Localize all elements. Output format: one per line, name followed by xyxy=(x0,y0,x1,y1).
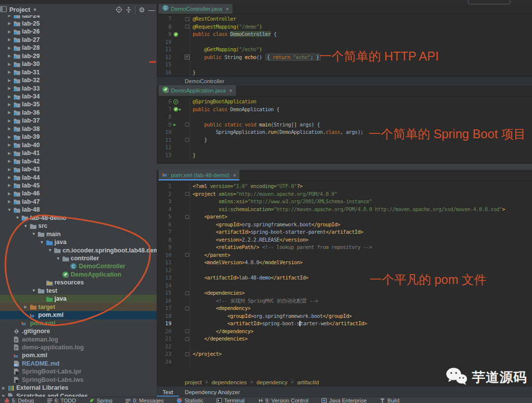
collapsed-arrow-icon[interactable]: ▶ xyxy=(6,94,13,99)
statusbar-build[interactable]: Build xyxy=(379,398,399,403)
collapsed-arrow-icon[interactable]: ▶ xyxy=(0,386,7,390)
collapsed-arrow-icon[interactable]: ▶ xyxy=(6,54,13,58)
code-line-7[interactable]: 7 <artifactId>spring-boot-starter-parent… xyxy=(157,228,532,236)
bean-icon[interactable] xyxy=(173,107,178,112)
statusbar-terminal[interactable]: Terminal xyxy=(216,398,245,403)
expanded-arrow-icon[interactable]: ▼ xyxy=(22,224,30,228)
tree-item-pom-xml[interactable]: mpom.xml xyxy=(0,311,157,319)
collapsed-arrow-icon[interactable]: ▶ xyxy=(6,102,13,107)
tree-item-readme-md[interactable]: MDREADME.md xyxy=(0,359,157,368)
tree-item-cn-iocoder-springboot-lab48-demo[interactable]: ▼cn.iocoder.springboot.lab48.demo xyxy=(0,246,157,254)
code-area-demoapplication[interactable]: 6@SpringBootApplication7▶public class De… xyxy=(157,96,532,159)
fold-marker-icon[interactable] xyxy=(185,138,189,142)
code-line-23[interactable]: 23</project> xyxy=(157,350,532,358)
expanded-arrow-icon[interactable]: ▼ xyxy=(30,288,37,293)
tree-item-target[interactable]: ▶target xyxy=(0,303,157,311)
tree-item-lab-42[interactable]: ▶lab-42 xyxy=(0,157,157,165)
tree-item-test[interactable]: ▼test xyxy=(0,286,157,295)
tree-item-demoapplication[interactable]: DemoApplication xyxy=(0,270,157,279)
tree-item-demo-application-log[interactable]: demo-application.log xyxy=(0,343,157,351)
code-line-10[interactable]: 10 </parent> xyxy=(157,251,532,259)
tab-democontroller-java[interactable]: C DemoController.java × xyxy=(159,4,233,14)
code-line-8[interactable]: 8 <version>2.2.2.RELEASE</version> xyxy=(157,236,532,244)
tree-item-lab-46[interactable]: ▶lab-46 xyxy=(0,189,157,198)
collapsed-arrow-icon[interactable]: ▶ xyxy=(6,183,13,187)
tab-pom-xml[interactable]: m pom.xml (lab-48-demo) × xyxy=(159,170,239,181)
tree-item-springboot-labs-ipr[interactable]: SpringBoot-Labs.ipr xyxy=(0,368,157,376)
code-line-10[interactable]: 10 xyxy=(157,38,532,46)
collapsed-arrow-icon[interactable]: ▶ xyxy=(6,119,13,123)
close-icon[interactable]: × xyxy=(233,172,236,178)
collapsed-arrow-icon[interactable]: ▶ xyxy=(6,37,13,42)
expanded-arrow-icon[interactable]: ▼ xyxy=(14,216,21,220)
code-line-7[interactable]: 7@RestController xyxy=(157,15,532,23)
expanded-arrow-icon[interactable]: ▼ xyxy=(30,232,37,236)
folded-code[interactable]: { return "echo"; } xyxy=(266,54,321,61)
tree-item-pom-xml[interactable]: mpom.xml xyxy=(0,319,157,327)
code-line-12[interactable]: 12+ public String echo() { return "echo"… xyxy=(157,54,532,62)
code-line-2[interactable]: 2<project xmlns="http://maven.apache.org… xyxy=(157,190,532,198)
code-line-19[interactable]: 19 <artifactId>spring-boot-starter-web</… xyxy=(157,320,532,328)
tree-item-lab-47[interactable]: ▶lab-47 xyxy=(0,197,157,206)
code-line-13[interactable]: 13 <artifactId>lab-48-demo</artifactId> xyxy=(157,274,532,282)
expanded-arrow-icon[interactable]: ▼ xyxy=(38,240,46,245)
fold-marker-icon[interactable] xyxy=(185,352,189,356)
tree-item-main[interactable]: ▼main xyxy=(0,230,157,238)
collapsed-arrow-icon[interactable]: ▶ xyxy=(6,78,13,83)
tab-text[interactable]: Text xyxy=(157,387,179,397)
fold-marker-icon[interactable] xyxy=(185,192,189,196)
breadcrumb-democontroller[interactable]: DemoController xyxy=(185,78,225,84)
tree-item-lab-39[interactable]: ▶lab-39 xyxy=(0,133,157,141)
tree-item-external-libraries[interactable]: ▶External Libraries xyxy=(0,384,157,392)
close-icon[interactable]: × xyxy=(226,6,229,12)
code-line-13[interactable]: 13} xyxy=(157,152,532,159)
code-line-6[interactable]: 6@SpringBootApplication xyxy=(157,98,532,106)
code-line-21[interactable]: 21 </dependencies> xyxy=(157,335,532,343)
close-icon[interactable]: × xyxy=(229,88,232,93)
fold-marker-icon[interactable] xyxy=(185,253,189,257)
code-line-3[interactable]: 3 xmlns:xsi="http://www.w3.org/2001/XMLS… xyxy=(157,198,532,206)
code-line-12[interactable]: 12 xyxy=(157,267,532,275)
code-line-5[interactable]: 5 <parent> xyxy=(157,213,532,221)
code-line-9[interactable]: 9public class DemoController { xyxy=(157,31,532,38)
tree-item-lab-40[interactable]: ▶lab-40 xyxy=(0,141,157,149)
collapse-all-icon[interactable] xyxy=(124,5,133,14)
fold-marker-icon[interactable] xyxy=(185,291,189,295)
breadcrumb-dependency[interactable]: dependency xyxy=(257,379,288,385)
collapsed-arrow-icon[interactable]: ▶ xyxy=(6,46,13,50)
code-line-17[interactable]: 17 <dependency> xyxy=(157,305,532,312)
code-line-15[interactable]: 15 xyxy=(157,61,532,69)
tree-item-aoteman-log[interactable]: aoteman.log xyxy=(0,335,157,343)
fold-marker-icon[interactable] xyxy=(185,25,189,29)
code-line-11[interactable]: 11 <modelVersion>4.0.0</modelVersion> xyxy=(157,259,532,267)
fold-marker-icon[interactable] xyxy=(185,215,189,219)
tree-item-java[interactable]: java xyxy=(0,295,157,303)
expanded-arrow-icon[interactable]: ▼ xyxy=(55,256,62,261)
tree-item-java[interactable]: ▼java xyxy=(0,238,157,247)
tree-item-lab-25[interactable]: ▶lab-25 xyxy=(0,19,157,28)
code-line-4[interactable]: 4 xsi:schemaLocation="http://maven.apach… xyxy=(157,206,532,214)
collapsed-arrow-icon[interactable]: ▶ xyxy=(6,159,13,163)
statusbar-9-version-control[interactable]: 9: Version Control xyxy=(258,398,308,403)
code-line-14[interactable]: 14 xyxy=(157,282,532,290)
settings-icon[interactable]: ⚙ xyxy=(137,5,147,14)
expanded-arrow-icon[interactable]: ▼ xyxy=(46,248,54,252)
code-line-8[interactable]: 8@RequestMapping("/demo") xyxy=(157,23,532,31)
code-line-9[interactable]: 9▶ public static void main(String[] args… xyxy=(157,121,532,129)
tree-item-lab-44[interactable]: ▶lab-44 xyxy=(0,173,157,182)
tree-item-lab-30[interactable]: ▶lab-30 xyxy=(0,60,157,68)
hide-icon[interactable]: — xyxy=(147,5,157,14)
tree-item--gitignore[interactable]: .gitignore xyxy=(0,327,157,336)
fold-marker-icon[interactable] xyxy=(185,329,189,333)
tree-item-resources[interactable]: resources xyxy=(0,279,157,287)
tree-item-lab-31[interactable]: ▶lab-31 xyxy=(0,68,157,76)
code-line-15[interactable]: 15 <dependencies> xyxy=(157,289,532,297)
bean-icon[interactable] xyxy=(173,32,178,37)
breadcrumb-project[interactable]: project xyxy=(185,379,202,385)
code-line-6[interactable]: 6 <groupId>org.springframework.boot</gro… xyxy=(157,221,532,229)
code-line-7[interactable]: 7▶public class DemoApplication { xyxy=(157,106,532,114)
tree-item-lab-27[interactable]: ▶lab-27 xyxy=(0,35,157,44)
statusbar-5-debug[interactable]: 5: Debug xyxy=(4,398,34,403)
tree-item-lab-32[interactable]: ▶lab-32 xyxy=(0,76,157,85)
collapsed-arrow-icon[interactable]: ▶ xyxy=(6,135,13,139)
